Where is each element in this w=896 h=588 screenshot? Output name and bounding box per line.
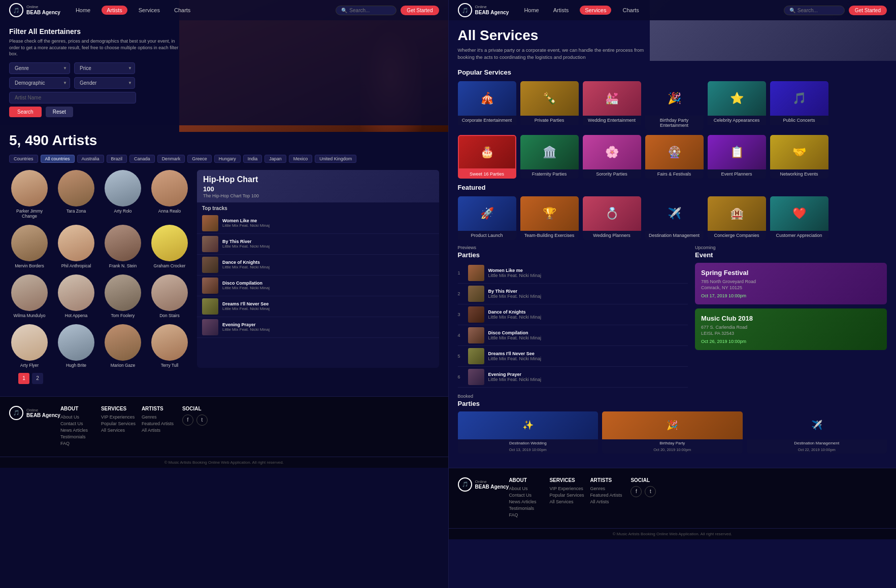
- footer-all-services-right[interactable]: All Services: [549, 499, 590, 504]
- service-card-fraternity[interactable]: 🏛️ Fraternity Parties: [520, 135, 579, 179]
- tag-australia[interactable]: Australia: [77, 155, 104, 163]
- footer-featured-artists[interactable]: Featured Artists: [142, 421, 182, 426]
- artist-card[interactable]: Frank N. Stein: [103, 225, 143, 268]
- footer-vip-right[interactable]: VIP Experiences: [549, 486, 590, 491]
- right-search-bar[interactable]: 🔍: [784, 6, 845, 15]
- nav-home-left[interactable]: Home: [73, 6, 93, 15]
- service-card-concierge[interactable]: 🏨 Concierge Companies: [708, 196, 766, 240]
- service-card-event-planners[interactable]: 📋 Event Planners: [708, 135, 766, 179]
- search-btn[interactable]: Search: [9, 107, 42, 117]
- footer-news-right[interactable]: News Articles: [509, 499, 549, 504]
- booked-card-wedding[interactable]: ✨ Destination Wedding Oct 13, 2019 10:00…: [458, 411, 599, 454]
- party-item[interactable]: 3 Dance of Knights Little Mix Feat. Nick…: [458, 304, 688, 325]
- left-search-input[interactable]: [349, 8, 395, 13]
- right-search-input[interactable]: [798, 8, 843, 13]
- service-card-product-launch[interactable]: 🚀 Product Launch: [458, 196, 516, 240]
- artist-card[interactable]: Tara Zona: [56, 170, 96, 219]
- footer-news[interactable]: News Articles: [60, 428, 101, 433]
- footer-all-artists-right[interactable]: All Artists: [590, 499, 630, 504]
- service-card-birthday[interactable]: 🎉 Birthday Party Entertainment: [645, 81, 704, 130]
- party-item[interactable]: 6 Evening Prayer Little Mix Feat. Nicki …: [458, 367, 688, 388]
- artist-card[interactable]: Terry Tull: [149, 324, 190, 368]
- footer-vip[interactable]: VIP Experiences: [101, 414, 142, 420]
- footer-testimonials[interactable]: Testimonials: [60, 434, 101, 439]
- facebook-icon-right[interactable]: f: [630, 486, 642, 497]
- twitter-icon[interactable]: t: [196, 414, 208, 426]
- left-search-bar[interactable]: 🔍: [336, 6, 396, 15]
- service-card-sorority[interactable]: 🌸 Sorority Parties: [583, 135, 641, 179]
- track-item[interactable]: Evening Prayer Little Mix Feat. Nicki Mi…: [197, 317, 439, 338]
- artist-card[interactable]: Phil Anthropical: [56, 225, 96, 268]
- track-item[interactable]: By This River Little Mix Feat. Nicki Min…: [197, 234, 439, 255]
- artist-card[interactable]: Hugh Brite: [56, 324, 96, 368]
- artist-card[interactable]: Anna Realo: [149, 170, 190, 219]
- twitter-icon-right[interactable]: t: [645, 486, 656, 497]
- footer-genres[interactable]: Genres: [142, 414, 182, 420]
- service-card-fairs[interactable]: 🎡 Fairs & Festivals: [645, 135, 704, 179]
- nav-services-right[interactable]: Services: [580, 6, 611, 15]
- service-card-networking[interactable]: 🤝 Networking Events: [770, 135, 828, 179]
- artist-card[interactable]: Parker Jimmy Change: [9, 170, 50, 219]
- reset-btn[interactable]: Reset: [46, 107, 73, 117]
- service-card-team-building[interactable]: 🏆 Team-Building Exercises: [520, 196, 579, 240]
- artist-card[interactable]: Arty Rolo: [103, 170, 143, 219]
- artist-card[interactable]: Tom Foolery: [103, 274, 143, 318]
- gender-select[interactable]: Gender: [74, 77, 135, 89]
- footer-all-artists[interactable]: All Artists: [142, 428, 182, 433]
- tag-japan[interactable]: Japan: [264, 155, 286, 163]
- left-get-started-btn[interactable]: Get Started: [401, 6, 439, 15]
- tag-countries[interactable]: Countries: [9, 155, 38, 163]
- music-club-card[interactable]: Music Club 2018 677 S. Carlendia RoadLEI…: [695, 308, 887, 350]
- party-item[interactable]: 2 By This River Little Mix Feat. Nicki M…: [458, 284, 688, 304]
- tag-mexico[interactable]: Mexico: [289, 155, 313, 163]
- price-select[interactable]: Price: [74, 62, 135, 74]
- footer-popular-services[interactable]: Popular Services: [101, 421, 142, 426]
- party-item[interactable]: 1 Women Like me Little Mix Feat. Nicki M…: [458, 263, 688, 284]
- genre-select[interactable]: Genre: [9, 62, 70, 74]
- party-item[interactable]: 5 Dreams I'll Never See Little Mix Feat.…: [458, 346, 688, 367]
- track-item[interactable]: Dance of Knights Little Mix Feat. Nicki …: [197, 255, 439, 275]
- tag-canada[interactable]: Canada: [129, 155, 155, 163]
- service-card-sweet16[interactable]: 🎂 Sweet 16 Parties: [458, 135, 516, 179]
- tag-india[interactable]: India: [243, 155, 262, 163]
- footer-contact-us[interactable]: Contact Us: [60, 421, 101, 426]
- booked-card-destination[interactable]: ✈️ Destination Management Oct 22, 2019 1…: [747, 411, 887, 454]
- track-item[interactable]: Disco Compilation Little Mix Feat. Nicki…: [197, 275, 439, 296]
- page-2-btn[interactable]: 2: [32, 373, 43, 384]
- footer-popular-services-right[interactable]: Popular Services: [549, 493, 590, 498]
- footer-genres-right[interactable]: Genres: [590, 486, 630, 491]
- footer-featured-artists-right[interactable]: Featured Artists: [590, 493, 630, 498]
- nav-home-right[interactable]: Home: [521, 6, 542, 15]
- track-item[interactable]: Dreams I'll Never See Little Mix Feat. N…: [197, 296, 439, 317]
- service-card-wedding[interactable]: 💒 Wedding Entertainment: [583, 81, 641, 130]
- footer-testimonials-right[interactable]: Testimonials: [509, 506, 549, 511]
- booked-card-birthday[interactable]: 🎉 Birthday Party Oct 20, 2019 10:00pm: [602, 411, 743, 454]
- page-1-btn[interactable]: 1: [18, 373, 29, 384]
- nav-charts-left[interactable]: Charts: [171, 6, 193, 15]
- tag-all-countries[interactable]: All countries: [41, 155, 75, 163]
- nav-charts-right[interactable]: Charts: [619, 6, 642, 15]
- service-card-private[interactable]: 🍾 Private Parties: [520, 81, 579, 130]
- footer-about-us[interactable]: About Us: [60, 414, 101, 420]
- artist-card[interactable]: Graham Crocker: [149, 225, 190, 268]
- service-card-customer-appreciation[interactable]: ❤️ Customer Appreciation: [770, 196, 828, 240]
- party-item[interactable]: 4 Disco Compilation Little Mix Feat. Nic…: [458, 325, 688, 346]
- tag-greece[interactable]: Greece: [187, 155, 212, 163]
- nav-services-left[interactable]: Services: [136, 6, 163, 15]
- right-get-started-btn[interactable]: Get Started: [849, 6, 887, 15]
- service-card-wedding-planners[interactable]: 💍 Wedding Planners: [583, 196, 641, 240]
- artist-card[interactable]: Don Stairs: [149, 274, 190, 318]
- footer-all-services[interactable]: All Services: [101, 428, 142, 433]
- artist-card[interactable]: Wilma Mundulyo: [9, 274, 50, 318]
- service-card-concerts[interactable]: 🎵 Public Concerts: [770, 81, 828, 130]
- artist-card[interactable]: Mervin Borders: [9, 225, 50, 268]
- footer-faq-right[interactable]: FAQ: [509, 512, 549, 517]
- footer-about-us-right[interactable]: About Us: [509, 486, 549, 491]
- demographic-select[interactable]: Demographic: [9, 77, 70, 89]
- nav-artists-left[interactable]: Artists: [102, 6, 127, 15]
- service-card-celebrity[interactable]: ⭐ Celebrity Appearances: [708, 81, 766, 130]
- tag-brazil[interactable]: Brazil: [107, 155, 127, 163]
- nav-artists-right[interactable]: Artists: [550, 6, 572, 15]
- artist-name-input[interactable]: [9, 92, 136, 103]
- spring-festival-card[interactable]: Spring Festival 785 North Groveyard Road…: [695, 263, 887, 304]
